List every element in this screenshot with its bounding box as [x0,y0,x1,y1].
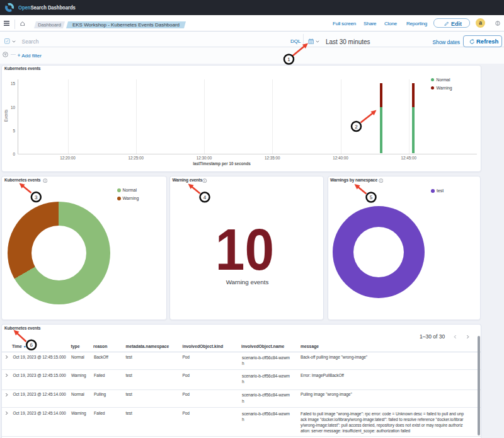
svg-text:4: 4 [203,195,207,200]
svg-text:5: 5 [370,195,373,200]
svg-text:6: 6 [30,342,33,348]
svg-text:1: 1 [287,57,290,62]
svg-text:3: 3 [35,195,38,200]
svg-text:2: 2 [355,124,358,130]
